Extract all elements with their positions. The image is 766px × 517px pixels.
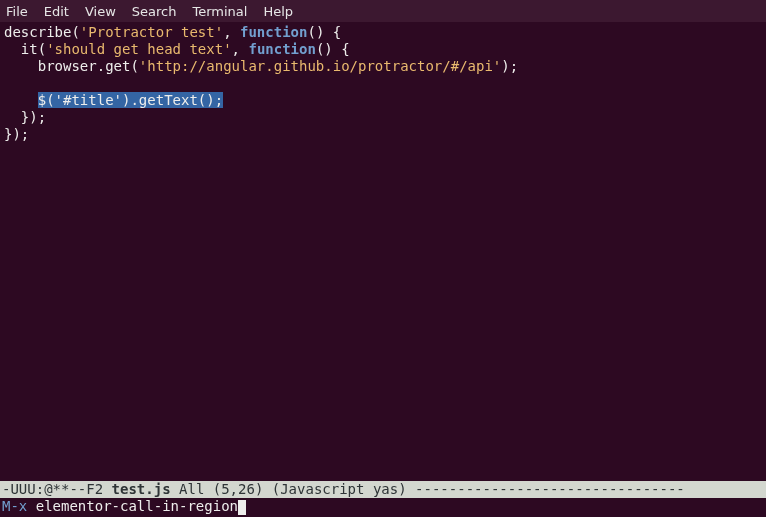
minibuffer-command: elementor-call-in-region: [36, 498, 238, 514]
code-text: [4, 92, 38, 108]
minibuffer[interactable]: M-x elementor-call-in-region: [0, 498, 766, 517]
menu-terminal[interactable]: Terminal: [184, 2, 255, 21]
code-text: ,: [232, 41, 249, 57]
minibuffer-prompt: M-x: [2, 498, 36, 514]
code-text: it(: [4, 41, 46, 57]
code-text: browser.get(: [4, 58, 139, 74]
code-text: );: [501, 58, 518, 74]
menu-file[interactable]: File: [4, 2, 36, 21]
modeline-spacer: [263, 481, 271, 497]
code-text: describe(: [4, 24, 80, 40]
modeline-dashes: --------------------------------: [407, 481, 685, 497]
code-selection: $('#title').getText();: [38, 92, 223, 108]
code-keyword: function: [240, 24, 307, 40]
code-text: ,: [223, 24, 240, 40]
code-string: 'should get head text': [46, 41, 231, 57]
code-text: });: [4, 109, 46, 125]
menu-search[interactable]: Search: [124, 2, 185, 21]
modeline-position: All (5,26): [179, 481, 263, 497]
code-text: () {: [307, 24, 341, 40]
code-keyword: function: [248, 41, 315, 57]
menu-edit[interactable]: Edit: [36, 2, 77, 21]
code-text: () {: [316, 41, 350, 57]
code-string: 'http://angular.github.io/protractor/#/a…: [139, 58, 501, 74]
modeline-mode: (Javascript yas): [272, 481, 407, 497]
menu-view[interactable]: View: [77, 2, 124, 21]
code-editor[interactable]: describe('Protractor test', function() {…: [0, 22, 766, 481]
cursor: [238, 500, 246, 515]
code-string: 'Protractor test': [80, 24, 223, 40]
mode-line: -UUU:@**--F2 test.js All (5,26) (Javascr…: [0, 481, 766, 498]
modeline-filename: test.js: [112, 481, 171, 497]
code-text: });: [4, 126, 29, 142]
menu-help[interactable]: Help: [255, 2, 301, 21]
modeline-status: -UUU:@**--F2: [2, 481, 112, 497]
modeline-spacer: [171, 481, 179, 497]
menu-bar: File Edit View Search Terminal Help: [0, 0, 766, 22]
